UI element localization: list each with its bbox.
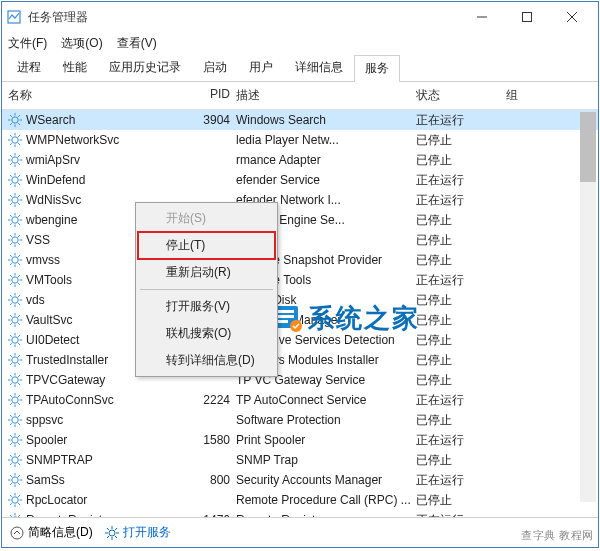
svg-point-50 bbox=[12, 217, 18, 223]
menu-options[interactable]: 选项(O) bbox=[61, 35, 102, 52]
svg-point-104 bbox=[12, 337, 18, 343]
svg-line-146 bbox=[18, 423, 20, 425]
cell-name: RpcLocator bbox=[26, 493, 194, 507]
svg-line-39 bbox=[18, 175, 20, 177]
cell-name: WSearch bbox=[26, 113, 194, 127]
table-row[interactable]: wmiApSrvrmance Adapter已停止 bbox=[2, 150, 598, 170]
svg-line-136 bbox=[10, 395, 12, 397]
context-stop[interactable]: 停止(T) bbox=[138, 232, 275, 259]
col-header-desc[interactable]: 描述 bbox=[236, 87, 416, 104]
table-row[interactable]: vmvssVMware Snapshot Provider已停止 bbox=[2, 250, 598, 270]
svg-line-184 bbox=[10, 503, 12, 505]
tab-服务[interactable]: 服务 bbox=[354, 55, 400, 82]
svg-line-155 bbox=[18, 443, 20, 445]
svg-line-121 bbox=[10, 363, 12, 365]
gear-icon bbox=[8, 113, 22, 127]
context-open-services[interactable]: 打开服务(V) bbox=[138, 293, 275, 320]
gear-icon bbox=[8, 253, 22, 267]
svg-line-84 bbox=[18, 275, 20, 277]
cell-status: 正在运行 bbox=[416, 512, 506, 518]
tab-进程[interactable]: 进程 bbox=[6, 54, 52, 81]
brief-info-toggle[interactable]: 简略信息(D) bbox=[10, 524, 93, 541]
cell-name: WinDefend bbox=[26, 173, 194, 187]
table-row[interactable]: RpcLocatorRemote Procedure Call (RPC) ..… bbox=[2, 490, 598, 510]
cell-status: 已停止 bbox=[416, 452, 506, 469]
table-row[interactable]: WdNisSvcefender Network I...正在运行 bbox=[2, 190, 598, 210]
tab-应用历史记录[interactable]: 应用历史记录 bbox=[98, 54, 192, 81]
cell-pid: 1580 bbox=[194, 433, 236, 447]
svg-line-145 bbox=[10, 415, 12, 417]
table-row[interactable]: VaultSvcCredential Manager已停止 bbox=[2, 310, 598, 330]
tab-性能[interactable]: 性能 bbox=[52, 54, 98, 81]
svg-line-22 bbox=[10, 143, 12, 145]
scrollbar-thumb[interactable] bbox=[580, 112, 596, 182]
cell-status: 已停止 bbox=[416, 292, 506, 309]
svg-line-139 bbox=[10, 403, 12, 405]
window-controls bbox=[459, 3, 594, 31]
table-row[interactable]: TPAutoConnSvc2224TP AutoConnect Service正… bbox=[2, 390, 598, 410]
svg-line-120 bbox=[18, 355, 20, 357]
brief-info-label: 简略信息(D) bbox=[28, 524, 93, 541]
minimize-button[interactable] bbox=[459, 3, 504, 31]
table-row[interactable]: WMPNetworkSvcledia Player Netw...已停止 bbox=[2, 130, 598, 150]
table-row[interactable]: VSS已停止 bbox=[2, 230, 598, 250]
table-row[interactable]: RemoteRegistry1476Remote Registry正在运行 bbox=[2, 510, 598, 517]
titlebar: 任务管理器 bbox=[2, 2, 598, 32]
cell-desc: TP AutoConnect Service bbox=[236, 393, 416, 407]
context-search-online[interactable]: 联机搜索(O) bbox=[138, 320, 275, 347]
cell-status: 正在运行 bbox=[416, 172, 506, 189]
svg-line-19 bbox=[10, 135, 12, 137]
menu-view[interactable]: 查看(V) bbox=[117, 35, 157, 52]
col-header-group[interactable]: 组 bbox=[506, 87, 598, 104]
svg-line-111 bbox=[18, 335, 20, 337]
cell-status: 已停止 bbox=[416, 332, 506, 349]
col-header-pid[interactable]: PID bbox=[194, 87, 236, 104]
table-row[interactable]: sppsvcSoftware Protection已停止 bbox=[2, 410, 598, 430]
table-row[interactable]: TPVCGatewayTP VC Gateway Service已停止 bbox=[2, 370, 598, 390]
svg-line-12 bbox=[18, 115, 20, 117]
tab-启动[interactable]: 启动 bbox=[192, 54, 238, 81]
svg-line-182 bbox=[18, 503, 20, 505]
col-header-name[interactable]: 名称 bbox=[8, 87, 194, 104]
svg-line-56 bbox=[18, 223, 20, 225]
close-button[interactable] bbox=[549, 3, 594, 31]
gear-icon bbox=[8, 273, 22, 287]
gear-icon bbox=[8, 433, 22, 447]
cell-status: 已停止 bbox=[416, 352, 506, 369]
maximize-button[interactable] bbox=[504, 3, 549, 31]
svg-line-181 bbox=[10, 495, 12, 497]
table-row[interactable]: TrustedInstallerWindows Modules Installe… bbox=[2, 350, 598, 370]
svg-line-73 bbox=[10, 255, 12, 257]
context-restart[interactable]: 重新启动(R) bbox=[138, 259, 275, 286]
table-row[interactable]: SamSs800Security Accounts Manager正在运行 bbox=[2, 470, 598, 490]
table-row[interactable]: UI0DetectInteractive Services Detection已… bbox=[2, 330, 598, 350]
table-row[interactable]: wbengineBackup Engine Se...已停止 bbox=[2, 210, 598, 230]
svg-line-28 bbox=[10, 155, 12, 157]
svg-line-76 bbox=[10, 263, 12, 265]
table-row[interactable]: WSearch3904Windows Search正在运行 bbox=[2, 110, 598, 130]
table-row[interactable]: Spooler1580Print Spooler正在运行 bbox=[2, 430, 598, 450]
table-row[interactable]: VMTools2016VMware Tools正在运行 bbox=[2, 270, 598, 290]
tab-用户[interactable]: 用户 bbox=[238, 54, 284, 81]
svg-point-68 bbox=[12, 257, 18, 263]
table-row[interactable]: WinDefendefender Service正在运行 bbox=[2, 170, 598, 190]
tab-详细信息[interactable]: 详细信息 bbox=[284, 54, 354, 81]
service-list[interactable]: WSearch3904Windows Search正在运行WMPNetworkS… bbox=[2, 110, 598, 517]
col-header-status[interactable]: 状态 bbox=[416, 87, 506, 104]
svg-line-10 bbox=[10, 115, 12, 117]
cell-status: 已停止 bbox=[416, 232, 506, 249]
open-services-link[interactable]: 打开服务 bbox=[105, 524, 171, 541]
context-goto-details[interactable]: 转到详细信息(D) bbox=[138, 347, 275, 374]
svg-line-103 bbox=[10, 323, 12, 325]
svg-line-91 bbox=[10, 295, 12, 297]
menu-file[interactable]: 文件(F) bbox=[8, 35, 47, 52]
svg-line-67 bbox=[10, 243, 12, 245]
table-row[interactable]: vdsVirtual Disk已停止 bbox=[2, 290, 598, 310]
table-row[interactable]: SNMPTRAPSNMP Trap已停止 bbox=[2, 450, 598, 470]
svg-line-183 bbox=[18, 495, 20, 497]
svg-line-38 bbox=[18, 183, 20, 185]
scrollbar[interactable] bbox=[580, 112, 596, 502]
svg-line-173 bbox=[18, 483, 20, 485]
svg-line-40 bbox=[10, 183, 12, 185]
gear-icon bbox=[8, 153, 22, 167]
